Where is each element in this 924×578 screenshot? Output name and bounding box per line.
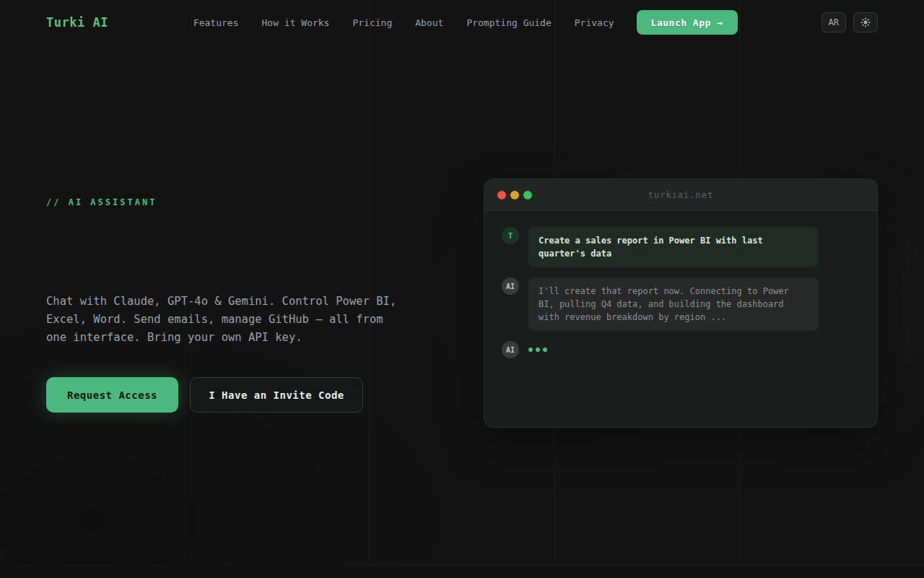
nav-right-controls: AR <box>821 12 878 33</box>
typing-dot-icon <box>528 348 533 352</box>
ai-message-bubble: I'll create that report now. Connecting … <box>528 277 819 331</box>
typing-indicator <box>528 341 547 352</box>
nav-item-prompting-guide[interactable]: Prompting Guide <box>466 17 551 28</box>
chat-message-typing: AI <box>502 341 860 358</box>
hero-description: Chat with Claude, GPT-4o & Gemini. Contr… <box>46 293 409 347</box>
nav-item-privacy[interactable]: Privacy <box>575 17 614 28</box>
nav-item-how-it-works[interactable]: How it Works <box>262 17 330 28</box>
minimize-window-icon <box>510 191 519 199</box>
hero-copy: // AI ASSISTANT Chat with Claude, GPT-4o… <box>46 197 422 413</box>
zoom-window-icon <box>523 191 532 199</box>
invite-code-button[interactable]: I Have an Invite Code <box>190 377 363 413</box>
nav-item-pricing[interactable]: Pricing <box>352 17 392 28</box>
user-avatar: T <box>502 227 519 244</box>
chat-message-user: T Create a sales report in Power BI with… <box>502 227 860 267</box>
typing-dot-icon <box>543 348 547 352</box>
ai-avatar: AI <box>502 341 519 358</box>
hero-cta-row: Request Access I Have an Invite Code <box>46 377 422 413</box>
chat-window-title: turkiai.net <box>648 190 713 200</box>
nav-links: Features How it Works Pricing About Prom… <box>193 17 614 28</box>
request-access-button[interactable]: Request Access <box>46 377 178 413</box>
close-window-icon <box>497 191 506 199</box>
typing-dot-icon <box>536 348 540 352</box>
chat-demo-window: turkiai.net T Create a sales report in P… <box>484 178 878 428</box>
top-nav: Turki AI Features How it Works Pricing A… <box>0 0 924 45</box>
ai-avatar: AI <box>502 277 519 295</box>
window-traffic-lights <box>497 191 532 199</box>
launch-app-button[interactable]: Launch App → <box>637 10 738 35</box>
nav-item-about[interactable]: About <box>415 17 443 28</box>
sun-icon <box>860 17 871 27</box>
hero-heading-typewriter <box>46 220 422 293</box>
hero-eyebrow: // AI ASSISTANT <box>46 197 422 207</box>
theme-toggle-button[interactable] <box>853 12 878 33</box>
brand-logo[interactable]: Turki AI <box>46 15 108 30</box>
landing-page: Turki AI Features How it Works Pricing A… <box>0 0 924 578</box>
chat-messages: T Create a sales report in Power BI with… <box>484 211 877 374</box>
next-section-edge <box>0 566 924 578</box>
nav-item-features[interactable]: Features <box>193 17 239 28</box>
language-toggle-button[interactable]: AR <box>821 12 846 33</box>
chat-message-assistant: AI I'll create that report now. Connecti… <box>502 277 860 331</box>
chat-window-titlebar: turkiai.net <box>484 179 877 211</box>
user-message-bubble: Create a sales report in Power BI with l… <box>528 227 819 267</box>
